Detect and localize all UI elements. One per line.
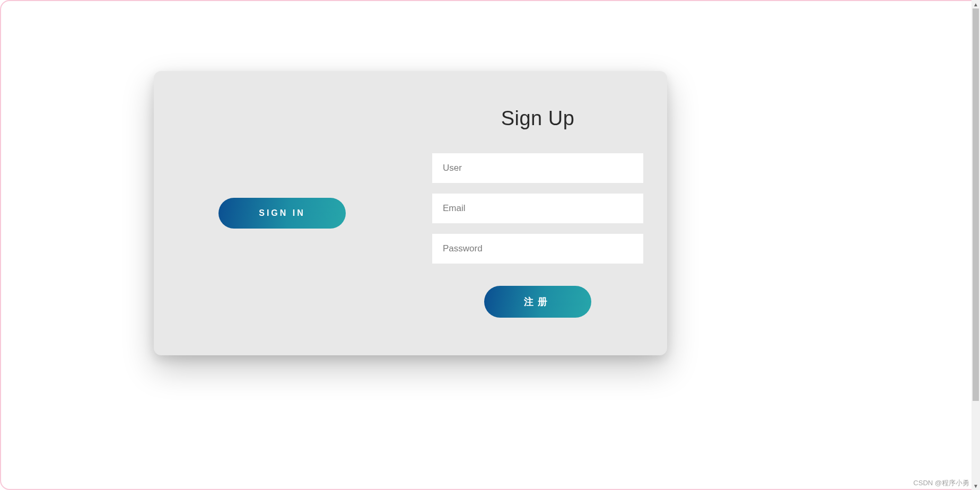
signin-button[interactable]: SIGN IN — [218, 198, 346, 229]
scrollbar-track[interactable]: ▲ ▼ — [972, 0, 980, 490]
user-field[interactable] — [432, 153, 643, 183]
auth-card: SIGN IN Sign Up 注册 — [154, 71, 667, 355]
scrollbar-up-arrow-icon[interactable]: ▲ — [972, 0, 980, 8]
signup-panel: Sign Up 注册 — [410, 71, 667, 355]
scrollbar-down-arrow-icon[interactable]: ▼ — [972, 482, 980, 490]
signup-heading: Sign Up — [501, 107, 575, 130]
email-field[interactable] — [432, 194, 643, 223]
register-button[interactable]: 注册 — [484, 286, 591, 318]
scrollbar-thumb[interactable] — [973, 8, 979, 401]
signin-panel: SIGN IN — [154, 71, 410, 355]
password-field[interactable] — [432, 234, 643, 264]
watermark-text: CSDN @程序小勇 — [913, 478, 969, 488]
